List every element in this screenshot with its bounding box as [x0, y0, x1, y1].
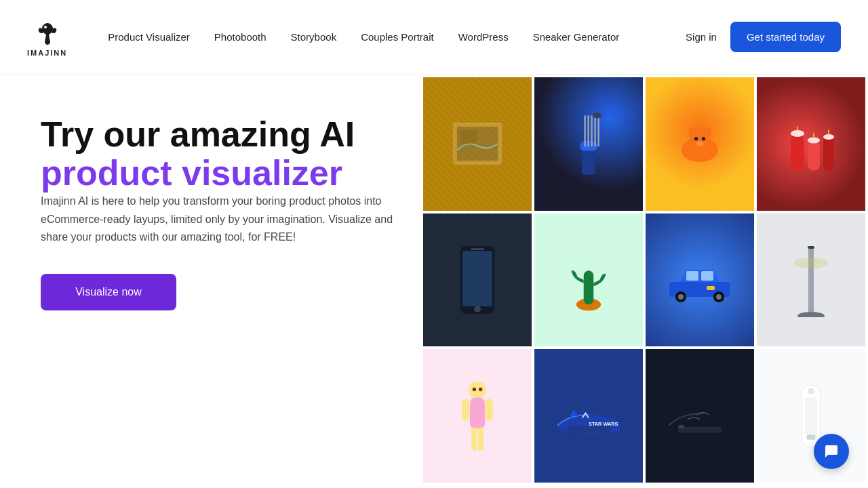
hero-title-line1: Try our amazing AI: [41, 115, 393, 154]
svg-text:STAR WARS: STAR WARS: [589, 420, 618, 426]
svg-rect-6: [584, 116, 586, 147]
nav-right: Sign in Get started today: [686, 22, 841, 52]
svg-rect-9: [594, 116, 596, 147]
svg-point-56: [678, 424, 684, 428]
svg-rect-19: [791, 134, 804, 171]
svg-point-39: [716, 294, 722, 300]
nav-sneaker-generator[interactable]: Sneaker Generator: [533, 31, 620, 43]
logo-icon: [33, 18, 62, 47]
hero-description: Imajinn AI is here to help you transform…: [41, 192, 393, 246]
svg-rect-60: [807, 434, 816, 439]
svg-point-51: [473, 387, 477, 391]
svg-rect-46: [470, 397, 485, 428]
chat-icon: [823, 443, 840, 460]
svg-rect-10: [597, 116, 599, 147]
grid-item-cactus: [534, 214, 643, 347]
svg-point-37: [678, 294, 684, 300]
product-grid: STAR WARS: [420, 75, 868, 488]
brand-name: IMAJINN: [27, 49, 67, 57]
grid-item-toy-car: [646, 214, 754, 347]
grid-item-blue-shoes: STAR WARS: [534, 349, 643, 483]
nav-wordpress[interactable]: WordPress: [458, 31, 509, 43]
svg-rect-50: [478, 427, 484, 451]
grid-item-black-shoes: [646, 349, 754, 483]
main-content: Try our amazing AI product visualizer Im…: [0, 75, 868, 488]
svg-rect-43: [808, 246, 814, 249]
grid-item-painting: [423, 77, 532, 211]
svg-point-0: [44, 26, 47, 28]
sign-in-button[interactable]: Sign in: [686, 31, 717, 43]
nav-photobooth[interactable]: Photobooth: [214, 31, 267, 43]
grid-item-lamp: [757, 214, 865, 347]
svg-point-28: [474, 306, 481, 312]
svg-rect-27: [471, 248, 484, 250]
svg-rect-40: [707, 286, 715, 290]
svg-rect-49: [471, 427, 477, 451]
svg-rect-20: [808, 140, 820, 171]
grid-item-phone: [423, 214, 532, 347]
svg-rect-41: [808, 246, 814, 317]
svg-point-18: [696, 142, 704, 146]
chat-bubble-button[interactable]: [814, 434, 849, 469]
svg-rect-35: [701, 271, 713, 281]
svg-rect-3: [460, 130, 477, 144]
nav-product-visualizer[interactable]: Product Visualizer: [108, 31, 190, 43]
svg-rect-26: [462, 251, 492, 306]
grid-item-candles: [757, 77, 865, 211]
svg-point-59: [808, 388, 814, 394]
svg-point-44: [794, 258, 828, 268]
grid-item-barbie: [423, 349, 532, 483]
nav-storybook[interactable]: Storybook: [291, 31, 337, 43]
hero-section: Try our amazing AI product visualizer Im…: [0, 75, 420, 488]
hero-title-line2: product visualizer: [41, 154, 393, 192]
svg-rect-21: [823, 137, 834, 171]
svg-rect-55: [678, 426, 722, 432]
grid-item-golf-bag: [534, 77, 643, 211]
svg-point-42: [797, 312, 825, 317]
svg-rect-47: [462, 399, 469, 420]
svg-point-17: [702, 137, 705, 140]
svg-rect-58: [805, 397, 817, 434]
svg-point-52: [479, 387, 483, 391]
svg-rect-7: [587, 116, 589, 147]
svg-rect-8: [591, 116, 593, 147]
grid-item-ps5: [757, 349, 865, 483]
svg-rect-34: [686, 271, 698, 281]
nav-couples-portrait[interactable]: Couples Portrait: [361, 31, 434, 43]
svg-point-11: [593, 113, 601, 118]
nav-links: Product Visualizer Photobooth Storybook …: [108, 31, 686, 43]
get-started-button[interactable]: Get started today: [730, 22, 841, 52]
svg-point-16: [694, 137, 698, 140]
logo-link[interactable]: IMAJINN: [27, 18, 67, 57]
svg-rect-48: [486, 399, 493, 420]
navbar: IMAJINN Product Visualizer Photobooth St…: [0, 0, 868, 75]
svg-point-45: [469, 381, 486, 399]
grid-item-toy-dog: [646, 77, 754, 211]
visualize-now-button[interactable]: Visualize now: [41, 274, 176, 310]
